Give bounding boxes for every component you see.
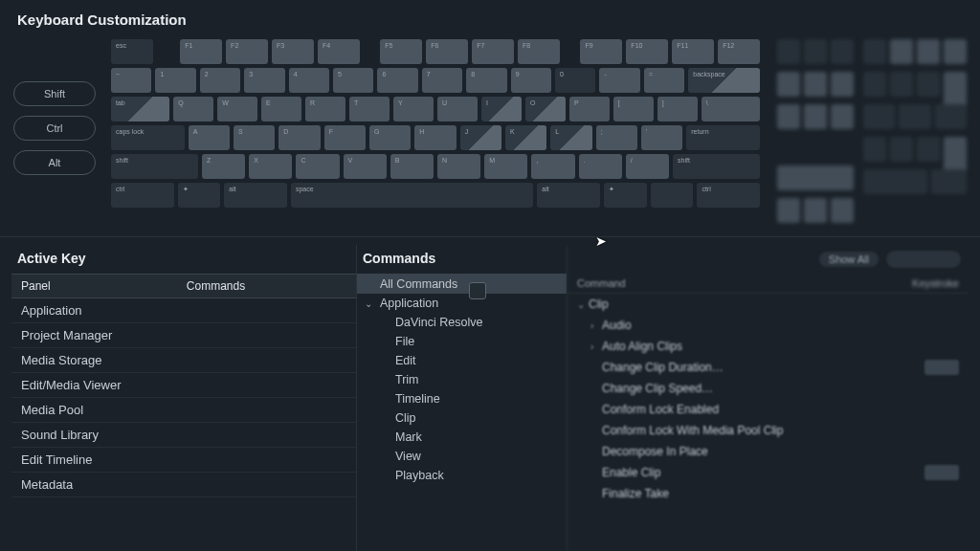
key-i[interactable]: I (481, 97, 522, 121)
key-lbrack[interactable]: [ (613, 97, 654, 121)
command-item[interactable]: Conform Lock Enabled (568, 399, 969, 420)
tree-item[interactable]: Trim (357, 370, 567, 389)
key-v[interactable]: V (344, 154, 387, 179)
key-f11[interactable]: F11 (672, 39, 714, 64)
command-item[interactable]: Enable Clip (568, 462, 969, 483)
command-item[interactable]: Finalize Take (568, 483, 969, 504)
panel-row[interactable]: Media Storage (11, 348, 356, 373)
key-x[interactable]: X (249, 154, 292, 179)
key-f[interactable]: F (324, 125, 366, 150)
key-tab[interactable]: tab (111, 97, 169, 121)
panel-row[interactable]: Edit Timeline (11, 448, 356, 473)
panel-row[interactable]: Metadata (11, 473, 356, 497)
key-backspace[interactable]: backspace (688, 68, 760, 93)
key-equal[interactable]: = (644, 68, 684, 93)
active-key-lock-checkbox[interactable] (469, 282, 486, 299)
key-r[interactable]: R (305, 97, 345, 121)
command-item[interactable]: ⌄Clip (568, 294, 969, 315)
panel-row[interactable]: Media Pool (11, 398, 356, 423)
key-caps[interactable]: caps lock (111, 125, 185, 150)
tree-item[interactable]: Timeline (357, 389, 567, 408)
key-f12[interactable]: F12 (718, 39, 760, 64)
key-4[interactable]: 4 (289, 68, 329, 93)
key-esc[interactable]: esc (111, 39, 153, 64)
key-k[interactable]: K (505, 125, 546, 150)
key-ralt[interactable]: alt (537, 183, 600, 208)
key-n[interactable]: N (437, 154, 480, 179)
command-search[interactable] (886, 251, 961, 268)
key-bslash[interactable]: \ (702, 97, 760, 121)
command-item[interactable]: ›Audio (568, 315, 969, 336)
key-5[interactable]: 5 (333, 68, 373, 93)
key-lalt[interactable]: alt (224, 183, 287, 208)
command-item[interactable]: Decompose In Place (568, 441, 969, 462)
ctrl-toggle[interactable]: Ctrl (13, 116, 96, 141)
key-quote[interactable]: ' (641, 125, 682, 150)
key-f3[interactable]: F3 (272, 39, 314, 64)
key-6[interactable]: 6 (377, 68, 417, 93)
command-item[interactable]: ›Auto Align Clips (568, 336, 969, 357)
key-f8[interactable]: F8 (518, 39, 560, 64)
key-u[interactable]: U (437, 97, 478, 121)
key-z[interactable]: Z (202, 154, 245, 179)
key-f6[interactable]: F6 (426, 39, 468, 64)
key-d[interactable]: D (278, 125, 320, 150)
key-c[interactable]: C (296, 154, 339, 179)
key-rshift[interactable]: shift (673, 154, 760, 179)
key-lshift[interactable]: shift (111, 154, 198, 179)
key-l[interactable]: L (550, 125, 591, 150)
key-f9[interactable]: F9 (580, 39, 622, 64)
key-j[interactable]: J (460, 125, 501, 150)
key-9[interactable]: 9 (511, 68, 551, 93)
panel-row[interactable]: Edit/Media Viewer (11, 373, 356, 398)
command-item[interactable]: Change Clip Speed… (568, 378, 969, 399)
key-f2[interactable]: F2 (226, 39, 268, 64)
panel-row[interactable]: Application (11, 298, 356, 323)
key-b[interactable]: B (390, 154, 434, 179)
tree-item[interactable]: Edit (357, 351, 567, 370)
key-f5[interactable]: F5 (380, 39, 422, 64)
key-lwin[interactable]: ✦ (178, 183, 221, 208)
key-f10[interactable]: F10 (626, 39, 668, 64)
key-rwin[interactable]: ✦ (604, 183, 647, 208)
key-q[interactable]: Q (173, 97, 213, 121)
key-space[interactable]: space (291, 183, 533, 208)
key-0[interactable]: 0 (555, 68, 595, 93)
key-menu[interactable] (651, 183, 694, 208)
key-lctrl[interactable]: ctrl (111, 183, 174, 208)
key-3[interactable]: 3 (244, 68, 284, 93)
panel-row[interactable]: Project Manager (11, 323, 356, 348)
key-tilde[interactable]: ~ (111, 68, 151, 93)
alt-toggle[interactable]: Alt (13, 150, 96, 175)
key-rctrl[interactable]: ctrl (697, 183, 760, 208)
show-all-dropdown[interactable]: Show All (819, 252, 879, 267)
key-h[interactable]: H (414, 125, 456, 150)
key-f1[interactable]: F1 (180, 39, 222, 64)
tree-item[interactable]: Mark (357, 428, 567, 447)
key-2[interactable]: 2 (200, 68, 240, 93)
key-s[interactable]: S (234, 125, 275, 150)
key-o[interactable]: O (525, 97, 566, 121)
tree-item[interactable]: Clip (357, 408, 567, 428)
key-comma[interactable]: , (531, 154, 574, 179)
tree-item[interactable]: DaVinci Resolve (357, 313, 567, 332)
key-p[interactable]: P (569, 97, 610, 121)
key-return[interactable]: return (686, 125, 760, 150)
key-semi[interactable]: ; (596, 125, 637, 150)
key-w[interactable]: W (217, 97, 257, 121)
key-e[interactable]: E (261, 97, 301, 121)
command-item[interactable]: Conform Lock With Media Pool Clip (568, 420, 969, 441)
shift-toggle[interactable]: Shift (13, 81, 96, 106)
key-minus[interactable]: - (599, 68, 639, 93)
key-g[interactable]: G (369, 125, 411, 150)
tree-item[interactable]: File (357, 332, 567, 351)
key-period[interactable]: . (579, 154, 622, 179)
key-y[interactable]: Y (393, 97, 434, 121)
key-a[interactable]: A (189, 125, 230, 150)
key-f7[interactable]: F7 (472, 39, 514, 64)
key-rbrack[interactable]: ] (657, 97, 698, 121)
tree-item[interactable]: ⌄Application (357, 294, 567, 313)
command-item[interactable]: Change Clip Duration… (568, 357, 969, 378)
key-7[interactable]: 7 (422, 68, 462, 93)
tree-item[interactable]: Playback (357, 466, 567, 485)
